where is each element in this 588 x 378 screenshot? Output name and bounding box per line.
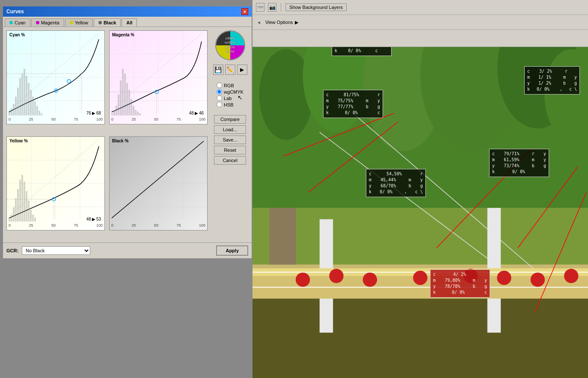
- tab-cyan[interactable]: Cyan: [5, 18, 30, 27]
- separator-1: [281, 3, 281, 12]
- cyan-label: Cyan %: [9, 32, 25, 37]
- svg-line-71: [112, 141, 204, 218]
- svg-point-21: [413, 271, 427, 285]
- yellow-axis: 0 25 50 75 100: [7, 222, 104, 230]
- wgcmyk-radio-item[interactable]: wgCMYK: [217, 89, 244, 94]
- tab-all[interactable]: All: [122, 18, 137, 27]
- yellow-histogram: [7, 175, 104, 221]
- cyan-panel[interactable]: Cyan %: [6, 30, 105, 124]
- cyan-input-val: 76: [86, 111, 91, 115]
- view-options-arrow-icon: ▶: [295, 20, 298, 25]
- svg-rect-1: [252, 208, 588, 265]
- svg-rect-26: [269, 208, 296, 265]
- black-axis: 0 25 50 75 100: [110, 222, 207, 230]
- yellow-label: Yellow %: [9, 139, 28, 143]
- magenta-label: Magenta %: [112, 32, 134, 37]
- black-label: Black %: [112, 139, 128, 143]
- tab-yellow[interactable]: Yellow: [65, 18, 93, 27]
- black-curve-svg: [110, 137, 207, 230]
- tool-icons-row: 💾 ✏️ ▶: [213, 65, 247, 75]
- lab-radio[interactable]: [217, 95, 222, 101]
- magenta-dot: [36, 21, 39, 24]
- cyan-panel-container: ▲ Cyan %: [6, 30, 105, 133]
- cancel-button[interactable]: Cancel: [214, 156, 246, 165]
- curves-right-panel: c/68% m/59% y/72% k/ 0% 💾 ✏️ ▶ RGB: [212, 30, 248, 239]
- svg-point-19: [329, 269, 343, 283]
- action-buttons: Compare Load... Save... Reset Cancel: [214, 115, 246, 165]
- hsb-radio[interactable]: [217, 102, 222, 107]
- magenta-panel[interactable]: Magenta %: [109, 30, 208, 124]
- view-options-label: View Options: [265, 20, 293, 25]
- black-dot: [98, 21, 102, 24]
- cyan-axis: 0 25 50 75 100: [7, 116, 104, 124]
- tab-all-label: All: [126, 20, 132, 25]
- reset-button[interactable]: Reset: [214, 146, 246, 154]
- tab-magenta-label: Magenta: [41, 20, 59, 25]
- color-mode-radio-group: RGB wgCMYK Lab HSB: [217, 83, 244, 107]
- yellow-panel[interactable]: Yellow %: [6, 136, 105, 230]
- magenta-values: 48 ▶ 46: [189, 111, 204, 115]
- magenta-histogram: [110, 69, 207, 115]
- load-button[interactable]: Load...: [214, 125, 246, 134]
- play-icon[interactable]: ▶: [237, 65, 247, 75]
- svg-point-25: [564, 269, 578, 283]
- curves-panels-area: ▲ Cyan %: [6, 30, 208, 239]
- wgcmyk-radio[interactable]: [217, 89, 222, 94]
- svg-point-20: [363, 272, 377, 286]
- cyan-dot: [9, 21, 13, 24]
- curves-content: ▲ Cyan %: [3, 27, 252, 242]
- yellow-values: 48 ▶ 53: [86, 217, 101, 221]
- rgb-radio[interactable]: [217, 83, 222, 88]
- cyan-output-val: 68: [96, 111, 101, 115]
- tab-yellow-label: Yellow: [75, 20, 88, 25]
- tab-black[interactable]: Black: [94, 18, 121, 27]
- black-panel[interactable]: Black % 0 25: [109, 136, 208, 230]
- magenta-output-val: 46: [199, 111, 204, 115]
- yellow-output-val: 53: [96, 217, 101, 221]
- measure-box-6: c4/ 2% m79,80%my y78/78%bg k0/ 0%c: [430, 269, 490, 298]
- apply-button[interactable]: Apply: [216, 245, 248, 256]
- save-button[interactable]: Save...: [214, 136, 246, 144]
- svg-point-23: [497, 271, 511, 285]
- scroll-left-icon[interactable]: ◄: [256, 19, 262, 26]
- glasses-icon[interactable]: 👓: [256, 3, 264, 12]
- magenta-axis: 0 25 50 75 100: [110, 116, 207, 124]
- yellow-input-val: 48: [86, 217, 91, 221]
- curves-dialog: Curves × Cyan Magenta Yellow Black All: [2, 6, 252, 259]
- rgb-label: RGB: [224, 83, 234, 88]
- toolbar-panel: 👓 📷 Show Background Layers ◄ View Option…: [252, 0, 588, 47]
- magenta-input-val: 48: [189, 111, 194, 115]
- hsb-label: HSB: [224, 102, 234, 107]
- measure-box-2: c3/ 2%r m1/ 1%my y1/ 2%bg k0/ 0%,c \: [524, 66, 580, 94]
- wgcmyk-label: wgCMYK: [224, 89, 244, 94]
- yellow-panel-container: ▲ Yellow %: [6, 136, 105, 239]
- lab-radio-item[interactable]: Lab: [217, 95, 244, 101]
- gcr-select[interactable]: No Black Light GCR Medium GCR Heavy GCR …: [22, 246, 90, 255]
- hsb-radio-item[interactable]: HSB: [217, 102, 244, 107]
- yellow-dot: [70, 21, 73, 24]
- channel-preview: c/68% m/59% y/72% k/ 0%: [215, 30, 245, 60]
- measure-box-4: c54,50%r m45,44%my y68/70%bg k0/ 0%,c \: [366, 169, 426, 197]
- tab-black-label: Black: [104, 20, 116, 25]
- tab-cyan-label: Cyan: [15, 20, 26, 25]
- show-bg-layers-btn[interactable]: Show Background Layers: [285, 3, 347, 11]
- curves-titlebar: Curves ×: [3, 6, 252, 17]
- close-button[interactable]: ×: [241, 8, 248, 15]
- curves-title: Curves: [6, 9, 24, 15]
- tab-magenta[interactable]: Magenta: [31, 18, 64, 27]
- gcr-label: GCR:: [6, 248, 18, 253]
- photo-icon[interactable]: 📷: [268, 3, 276, 12]
- save-curve-icon[interactable]: 💾: [213, 65, 223, 75]
- photo-content: c74,66%r m58,56%my y54,59%bg k0/ 0%c c3/…: [252, 0, 588, 378]
- photo-area: c74,66%r m58,56%my y54,59%bg k0/ 0%c c3/…: [252, 0, 588, 378]
- measure-box-5: c79/71%ry m61,59%my y73/74%bg k0/ 0%: [489, 149, 549, 177]
- pencil-icon[interactable]: ✏️: [225, 65, 235, 75]
- show-bg-layers-label: Show Background Layers: [289, 5, 343, 10]
- measure-box-3: c81/75%r m75/75%my y77/77%bg k0/ 0%c: [323, 90, 383, 118]
- toolbar-row-1: 👓 📷 Show Background Layers: [252, 0, 588, 15]
- view-options-btn[interactable]: View Options ▶: [265, 20, 298, 25]
- curve-grids: ▲ Cyan %: [6, 30, 208, 239]
- compare-button[interactable]: Compare: [214, 115, 246, 124]
- rgb-radio-item[interactable]: RGB: [217, 83, 244, 88]
- svg-rect-3: [252, 295, 588, 378]
